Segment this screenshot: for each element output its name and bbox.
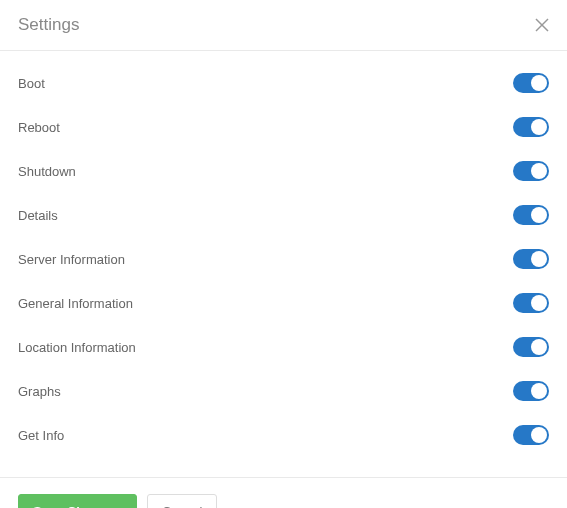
toggle-knob — [531, 295, 547, 311]
setting-row-shutdown: Shutdown — [18, 149, 549, 193]
setting-row-graphs: Graphs — [18, 369, 549, 413]
setting-row-get-info: Get Info — [18, 413, 549, 457]
close-button[interactable] — [535, 18, 549, 32]
toggle-knob — [531, 383, 547, 399]
setting-row-boot: Boot — [18, 61, 549, 105]
toggle-knob — [531, 207, 547, 223]
modal-footer: Save Changes Cancel — [0, 477, 567, 508]
setting-label: Get Info — [18, 428, 64, 443]
setting-row-reboot: Reboot — [18, 105, 549, 149]
save-button[interactable]: Save Changes — [18, 494, 137, 508]
toggle-location-information[interactable] — [513, 337, 549, 357]
setting-row-location-information: Location Information — [18, 325, 549, 369]
toggle-knob — [531, 119, 547, 135]
toggle-graphs[interactable] — [513, 381, 549, 401]
toggle-server-information[interactable] — [513, 249, 549, 269]
setting-label: Graphs — [18, 384, 61, 399]
setting-label: Shutdown — [18, 164, 76, 179]
setting-row-server-information: Server Information — [18, 237, 549, 281]
setting-label: General Information — [18, 296, 133, 311]
setting-label: Server Information — [18, 252, 125, 267]
toggle-get-info[interactable] — [513, 425, 549, 445]
toggle-knob — [531, 427, 547, 443]
setting-label: Reboot — [18, 120, 60, 135]
toggle-knob — [531, 339, 547, 355]
toggle-knob — [531, 163, 547, 179]
setting-label: Location Information — [18, 340, 136, 355]
setting-label: Details — [18, 208, 58, 223]
toggle-general-information[interactable] — [513, 293, 549, 313]
cancel-button[interactable]: Cancel — [147, 494, 217, 508]
toggle-knob — [531, 251, 547, 267]
modal-header: Settings — [0, 0, 567, 51]
toggle-shutdown[interactable] — [513, 161, 549, 181]
modal-body: Boot Reboot Shutdown Details Server Info… — [0, 51, 567, 477]
setting-row-details: Details — [18, 193, 549, 237]
toggle-knob — [531, 75, 547, 91]
close-icon — [535, 18, 549, 32]
toggle-boot[interactable] — [513, 73, 549, 93]
toggle-details[interactable] — [513, 205, 549, 225]
setting-label: Boot — [18, 76, 45, 91]
toggle-reboot[interactable] — [513, 117, 549, 137]
setting-row-general-information: General Information — [18, 281, 549, 325]
modal-title: Settings — [18, 15, 79, 35]
